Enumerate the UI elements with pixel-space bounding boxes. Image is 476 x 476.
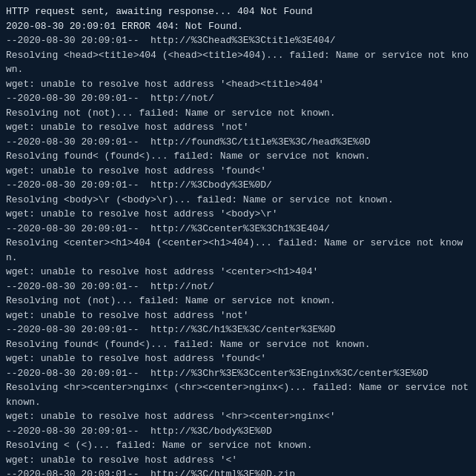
terminal-line: wget: unable to resolve host address 'fo… [6, 164, 470, 179]
terminal-line: wget: unable to resolve host address '<h… [6, 77, 470, 92]
terminal-line: wget: unable to resolve host address '<c… [6, 265, 470, 280]
terminal-line: Resolving <hr><center>nginx< (<hr><cente… [6, 380, 470, 409]
terminal-line: Resolving found< (found<)... failed: Nam… [6, 149, 470, 164]
terminal-output: HTTP request sent, awaiting response... … [6, 4, 470, 476]
terminal-line: 2020-08-30 20:09:01 ERROR 404: Not Found… [6, 19, 470, 34]
terminal-line: HTTP request sent, awaiting response... … [6, 4, 470, 19]
terminal-line: wget: unable to resolve host address 'no… [6, 308, 470, 323]
terminal-line: wget: unable to resolve host address 'no… [6, 120, 470, 135]
terminal-line: Resolving not (not)... failed: Name or s… [6, 106, 470, 121]
terminal-line: wget: unable to resolve host address '<h… [6, 409, 470, 424]
terminal-line: --2020-08-30 20:09:01-- http://%3C/html%… [6, 467, 470, 476]
terminal-line: --2020-08-30 20:09:01-- http://%3Chead%3… [6, 33, 470, 48]
terminal-line: Resolving found< (found<)... failed: Nam… [6, 337, 470, 352]
terminal-line: --2020-08-30 20:09:01-- http://found%3C/… [6, 135, 470, 150]
terminal-line: --2020-08-30 20:09:01-- http://%3C/h1%3E… [6, 323, 470, 337]
terminal-line: wget: unable to resolve host address '<b… [6, 207, 470, 222]
terminal-line: Resolving <head><title>404 (<head><title… [6, 48, 470, 77]
terminal-line: --2020-08-30 20:09:01-- http://%3Ccenter… [6, 222, 470, 237]
terminal-line: Resolving <body>\r (<body>\r)... failed:… [6, 193, 470, 208]
terminal-line: Resolving <center><h1>404 (<center><h1>4… [6, 236, 470, 265]
terminal-line: wget: unable to resolve host address '<' [6, 453, 470, 468]
terminal-line: Resolving not (not)... failed: Name or s… [6, 294, 470, 308]
terminal-line: --2020-08-30 20:09:01-- http://%3Chr%3E%… [6, 366, 470, 381]
terminal-window: HTTP request sent, awaiting response... … [0, 0, 476, 476]
terminal-line: Resolving < (<)... failed: Name or servi… [6, 438, 470, 453]
terminal-line: --2020-08-30 20:09:01-- http://%3C/body%… [6, 424, 470, 439]
terminal-line: wget: unable to resolve host address 'fo… [6, 351, 470, 366]
terminal-line: --2020-08-30 20:09:01-- http://%3Cbody%3… [6, 178, 470, 193]
terminal-line: --2020-08-30 20:09:01-- http://not/ [6, 280, 470, 294]
terminal-line: --2020-08-30 20:09:01-- http://not/ [6, 91, 470, 106]
